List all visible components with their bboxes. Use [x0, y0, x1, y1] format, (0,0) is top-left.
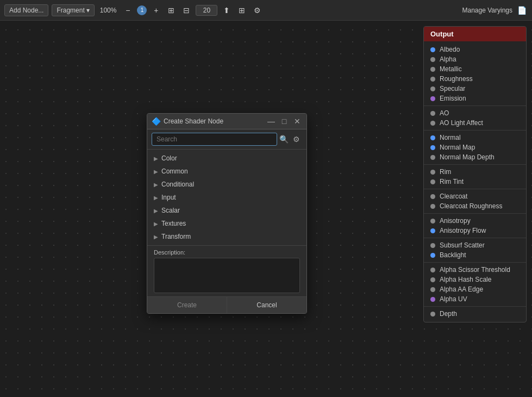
- output-item-label: Albedo: [440, 46, 460, 53]
- output-item-label: Normal: [440, 134, 461, 141]
- chevron-right-icon: ▶: [154, 156, 158, 162]
- output-item: Clearcoat Roughness: [424, 201, 526, 211]
- chevron-right-icon: ▶: [154, 195, 158, 201]
- layout-icon[interactable]: ⊞: [236, 4, 248, 16]
- document-icon[interactable]: 📄: [516, 4, 528, 16]
- dialog-list-item[interactable]: ▶Color: [147, 152, 306, 165]
- output-item-label: Roughness: [440, 75, 473, 83]
- output-separator: [424, 306, 526, 307]
- output-title: Output: [430, 30, 454, 38]
- shader-node-icon: 🔷: [152, 117, 160, 126]
- dialog-item-label: Common: [161, 168, 188, 175]
- output-item-label: Depth: [440, 310, 457, 318]
- output-panel: Output AlbedoAlphaMetallicRoughnessSpecu…: [423, 26, 527, 322]
- dialog-close-button[interactable]: ✕: [292, 116, 302, 126]
- output-item-label: Alpha UV: [440, 295, 467, 303]
- output-item-label: Backlight: [440, 251, 466, 259]
- dialog-minimize-button[interactable]: —: [266, 116, 276, 126]
- output-dot-icon: [430, 111, 435, 116]
- filter-button[interactable]: ⚙: [291, 134, 302, 145]
- dialog-item-label: Conditional: [161, 181, 194, 188]
- output-dot-icon: [430, 135, 435, 140]
- output-dot-icon: [430, 155, 435, 160]
- dialog-item-label: Transform: [161, 233, 191, 240]
- output-item: Roughness: [424, 74, 526, 84]
- output-dot-icon: [430, 77, 435, 82]
- output-item-label: Specular: [440, 85, 465, 92]
- output-dot-icon: [430, 243, 435, 248]
- chevron-down-icon: ▾: [86, 7, 90, 14]
- dialog-search-area: 🔍 ⚙: [147, 129, 306, 150]
- create-button[interactable]: Create: [147, 297, 227, 313]
- search-icon: 🔍: [279, 135, 289, 144]
- output-dot-icon: [430, 287, 435, 292]
- output-dot-icon: [430, 145, 435, 150]
- output-dot-icon: [430, 170, 435, 175]
- output-item-label: Alpha AA Edge: [440, 286, 483, 293]
- dialog-list-item[interactable]: ▶Transform: [147, 230, 306, 243]
- add-node-button[interactable]: Add Node...: [4, 4, 48, 16]
- output-dot-icon: [430, 277, 435, 282]
- output-dot-icon: [430, 86, 435, 91]
- output-item: Rim Tint: [424, 177, 526, 187]
- manage-varyings-label: Manage Varyings: [462, 7, 513, 14]
- grid-icon[interactable]: ⊞: [165, 4, 177, 16]
- dialog-item-label: Textures: [161, 220, 186, 227]
- output-item: AO: [424, 108, 526, 118]
- output-dot-icon: [430, 219, 435, 224]
- output-item-label: Emission: [440, 95, 466, 102]
- search-input[interactable]: [152, 133, 277, 146]
- output-dot-icon: [430, 194, 435, 199]
- zoom-in-button[interactable]: +: [150, 4, 162, 16]
- description-label: Description:: [154, 249, 300, 256]
- zoom-out-button[interactable]: −: [122, 4, 134, 16]
- output-item-label: Clearcoat Roughness: [440, 202, 502, 210]
- output-item-label: Alpha Scissor Threshold: [440, 266, 510, 274]
- zoom-level: 100%: [98, 7, 119, 14]
- dialog-list-item[interactable]: ▶Common: [147, 165, 306, 178]
- canvas-area: Output AlbedoAlphaMetallicRoughnessSpecu…: [0, 21, 532, 397]
- output-dot-icon: [430, 228, 435, 233]
- chevron-right-icon: ▶: [154, 182, 158, 188]
- dialog-list-item[interactable]: ▶Input: [147, 191, 306, 204]
- output-item-label: Rim Tint: [440, 178, 464, 185]
- output-item: Rim: [424, 167, 526, 177]
- manage-varyings-button[interactable]: Manage Varyings: [462, 7, 513, 14]
- dialog-list-item[interactable]: ▶Conditional: [147, 178, 306, 191]
- spinner-up-icon[interactable]: ⬆: [221, 4, 233, 16]
- output-item: Alpha Scissor Threshold: [424, 265, 526, 275]
- dialog-titlebar: 🔷 Create Shader Node — □ ✕: [147, 114, 306, 129]
- output-item-label: AO Light Affect: [440, 119, 483, 127]
- create-shader-dialog: 🔷 Create Shader Node — □ ✕ 🔍 ⚙ ▶Color▶Co…: [147, 113, 307, 314]
- settings-icon[interactable]: ⚙: [251, 4, 263, 16]
- dialog-list: ▶Color▶Common▶Conditional▶Input▶Scalar▶T…: [147, 150, 306, 245]
- output-dot-icon: [430, 47, 435, 52]
- output-item-label: Rim: [440, 168, 451, 176]
- snap-icon[interactable]: ⊟: [180, 4, 192, 16]
- add-node-label: Add Node...: [9, 7, 43, 14]
- output-separator: [424, 189, 526, 189]
- output-item: Alpha Hash Scale: [424, 275, 526, 284]
- output-item: Alpha UV: [424, 294, 526, 304]
- dialog-list-item[interactable]: ▶Scalar: [147, 204, 306, 217]
- output-separator: [424, 238, 526, 238]
- output-item: Normal Map Depth: [424, 152, 526, 162]
- node-count-input[interactable]: [196, 5, 217, 16]
- dialog-title: Create Shader Node: [164, 117, 223, 125]
- output-item-label: Metallic: [440, 65, 462, 73]
- fragment-dropdown[interactable]: Fragment ▾: [52, 4, 94, 16]
- output-item: Normal Map: [424, 142, 526, 152]
- dialog-description: Description:: [147, 245, 306, 296]
- dialog-maximize-button[interactable]: □: [279, 116, 289, 126]
- node-indicator: 1: [137, 5, 147, 15]
- output-item-label: Normal Map: [440, 144, 475, 151]
- dialog-list-item[interactable]: ▶Textures: [147, 217, 306, 230]
- cancel-button[interactable]: Cancel: [227, 297, 306, 313]
- output-item-label: Normal Map Depth: [440, 153, 495, 161]
- dialog-item-label: Input: [161, 194, 176, 201]
- toolbar: Add Node... Fragment ▾ 100% − 1 + ⊞ ⊟ ⬆ …: [0, 0, 532, 21]
- chevron-right-icon: ▶: [154, 221, 158, 227]
- output-dot-icon: [430, 268, 435, 272]
- output-item-label: AO: [440, 109, 449, 117]
- toolbar-manage: Manage Varyings 📄: [462, 4, 528, 16]
